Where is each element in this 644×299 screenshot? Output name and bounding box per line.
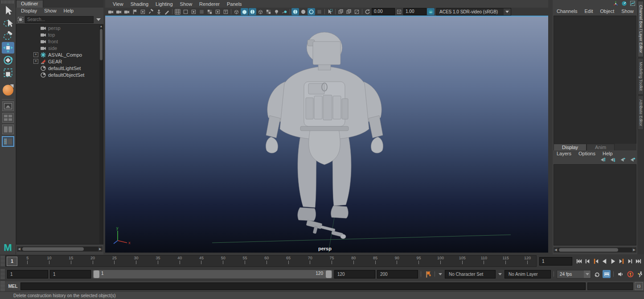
viewport-menu-shading[interactable]: Shading [127, 1, 152, 7]
outliner-item-defaultLightSet[interactable]: defaultLightSet [16, 65, 103, 71]
profiler-icon[interactable] [630, 0, 636, 8]
sidetab-channel-box[interactable]: Channel Box / Layer Editor [638, 1, 644, 57]
pencil-icon[interactable] [163, 8, 171, 15]
animation-preferences-button[interactable] [636, 270, 644, 278]
outliner-tab[interactable]: Outliner [16, 0, 43, 8]
create-bookmark-button[interactable] [424, 270, 432, 278]
search-filter-icon[interactable] [17, 17, 24, 23]
smooth-shade-icon[interactable] [241, 8, 248, 15]
timeline-tick-80[interactable]: 80 [347, 256, 360, 264]
timeline-tick-40[interactable]: 40 [173, 256, 186, 264]
renderer-ball-icon[interactable] [3, 85, 13, 96]
script-editor-button[interactable]: {;} [635, 282, 643, 290]
play-backwards-button[interactable] [600, 257, 608, 265]
current-time-field[interactable]: 1 [539, 257, 572, 266]
timeline-tick-105[interactable]: 105 [455, 256, 469, 264]
range-slider[interactable]: 1 120 [93, 270, 332, 278]
timeline-tick-50[interactable]: 50 [217, 256, 230, 264]
outliner-item-defaultObjectSet[interactable]: defaultObjectSet [16, 71, 103, 78]
occlusion-icon[interactable] [291, 8, 299, 15]
move-tool[interactable] [2, 42, 14, 54]
outliner-menu-display[interactable]: Display [18, 8, 40, 15]
four-pane-layout[interactable] [2, 113, 14, 123]
layer-move-up-icon[interactable] [600, 157, 606, 164]
scale-tool[interactable] [2, 67, 14, 79]
command-line-drag-handle[interactable] [0, 281, 5, 291]
step-back-key-button[interactable] [592, 257, 600, 265]
go-to-end-button[interactable] [634, 257, 642, 265]
bookmark-view-icon[interactable] [131, 8, 139, 15]
xray-icon[interactable] [337, 8, 345, 15]
outliner-persp-layout[interactable] [2, 136, 14, 147]
outliner-menu-show[interactable]: Show [41, 8, 60, 15]
plane-icon[interactable] [353, 8, 361, 15]
layer-move-down-icon[interactable] [610, 157, 616, 164]
time-slider-drag-handle[interactable] [0, 256, 5, 266]
single-pane-layout[interactable] [2, 101, 14, 111]
timeline-tick-70[interactable]: 70 [304, 256, 317, 264]
timeline-tick-95[interactable]: 95 [412, 256, 426, 264]
safe-title-icon[interactable] [222, 8, 230, 15]
step-forward-key-button[interactable] [617, 257, 625, 265]
layer-menu-help[interactable]: Help [599, 150, 616, 157]
fps-caret-icon[interactable] [584, 270, 591, 278]
character-set-dropdown[interactable]: No Character Set [445, 270, 496, 278]
current-frame-marker[interactable]: 1 [7, 257, 17, 266]
search-input[interactable] [25, 16, 94, 23]
film-gate-icon[interactable] [182, 8, 189, 15]
viewport-menu-lighting[interactable]: Lighting [152, 1, 176, 7]
two-d-pan-zoom-icon[interactable] [147, 8, 155, 15]
layer-horizontal-scrollbar[interactable]: ◀ ▶ [554, 247, 636, 253]
depth-of-field-icon[interactable] [316, 8, 323, 15]
outliner-item-ASVAL_Compo[interactable]: +ASVAL_Compo [16, 51, 103, 58]
view-transform-dropdown[interactable]: ACES 1.0 SDR-video (sRGB) [436, 8, 511, 16]
gauge-icon[interactable] [621, 0, 627, 8]
select-camera-icon[interactable] [107, 8, 115, 15]
textured-icon[interactable] [249, 8, 256, 15]
channel-box-menu-edit[interactable]: Edit [581, 8, 596, 16]
timeline-tick-120[interactable]: 120 [521, 256, 534, 264]
isolate-select-icon[interactable] [326, 8, 334, 15]
fps-dropdown[interactable]: 24 fps [557, 270, 591, 278]
shadows-icon[interactable] [281, 8, 288, 15]
channel-box-empty-area[interactable] [554, 16, 636, 144]
soldier-model[interactable] [266, 32, 383, 239]
search-options-caret-icon[interactable] [96, 18, 101, 21]
viewport-menu-panels[interactable]: Panels [224, 1, 245, 7]
animation-end-field[interactable]: 200 [377, 270, 418, 278]
gate-mask-icon[interactable] [198, 8, 205, 15]
rifle-model[interactable] [306, 220, 346, 239]
grid-icon[interactable] [174, 8, 181, 15]
select-tool[interactable] [2, 4, 14, 16]
timeline-tick-100[interactable]: 100 [434, 256, 447, 264]
scrollbar-thumb[interactable] [100, 29, 103, 60]
timeline-tick-115[interactable]: 115 [499, 256, 513, 264]
xray-joints-icon[interactable] [345, 8, 353, 15]
scroll-left-icon[interactable]: ◀ [554, 248, 558, 252]
play-forwards-button[interactable] [609, 257, 617, 265]
auto-keyframe-button[interactable] [626, 270, 634, 278]
new-empty-layer-icon[interactable] [629, 157, 636, 164]
sidetab-attribute-editor[interactable]: Attribute Editor [638, 96, 644, 130]
channel-box-menu-object[interactable]: Object [597, 8, 617, 16]
layer-menu-options[interactable]: Options [575, 150, 599, 157]
range-slider-drag-handle[interactable] [0, 269, 5, 279]
lasso-select-tool[interactable] [2, 17, 14, 29]
new-layer-assign-icon[interactable] [619, 157, 626, 164]
outliner-item-persp[interactable]: persp [16, 25, 103, 31]
outliner-item-front[interactable]: front [16, 38, 103, 45]
viewport-menu-renderer[interactable]: Renderer [196, 1, 223, 7]
image-plane-icon[interactable] [139, 8, 147, 15]
dropdown-caret-icon[interactable] [504, 8, 511, 15]
timeline-tick-110[interactable]: 110 [477, 256, 491, 264]
timeline-tick-5[interactable]: 5 [21, 256, 34, 264]
timeline-tick-60[interactable]: 60 [260, 256, 273, 264]
outliner-item-side[interactable]: side [16, 45, 103, 51]
lock-camera-icon[interactable] [115, 8, 123, 15]
range-end-handle[interactable] [326, 270, 332, 278]
command-line-mode-label[interactable]: MEL [7, 284, 19, 289]
scrollbar-thumb[interactable] [22, 247, 84, 251]
layer-menu-layers[interactable]: Layers [554, 150, 574, 157]
timeline-tick-10[interactable]: 10 [43, 256, 56, 264]
outliner-vertical-scrollbar[interactable]: ▲ [99, 24, 103, 245]
